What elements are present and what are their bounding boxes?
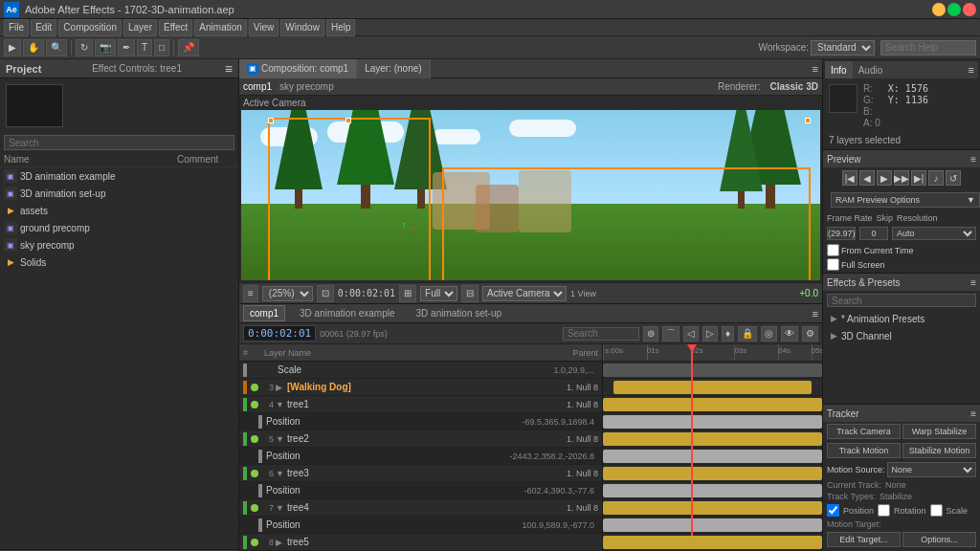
zoom-select[interactable]: (25%): [262, 286, 313, 301]
tool-camera[interactable]: 📷: [95, 39, 116, 56]
expand-7[interactable]: ▼: [276, 503, 285, 513]
prev-audio-btn[interactable]: ♪: [928, 170, 944, 186]
minimize-button[interactable]: [932, 3, 946, 16]
timeline-tab-anim[interactable]: 3D animation example: [293, 305, 402, 321]
menu-window[interactable]: Window: [280, 19, 324, 36]
tool-select[interactable]: ▶: [4, 39, 21, 56]
search-help-input[interactable]: [880, 40, 976, 55]
info-tab-audio[interactable]: Audio: [853, 61, 889, 78]
effects-menu-btn[interactable]: ≡: [970, 277, 976, 288]
tl-solo-btn[interactable]: ◎: [761, 326, 777, 342]
tree-item-anim-setup[interactable]: ▣ 3D animation set-up: [0, 185, 238, 202]
prev-last-btn[interactable]: ▶|: [911, 170, 926, 186]
layer-row-8[interactable]: 8 ▶ tree5: [239, 534, 602, 551]
track-motion-btn[interactable]: Track Motion: [827, 443, 901, 458]
stabilize-motion-btn[interactable]: Stabilize Motion: [902, 443, 976, 458]
layer-tab[interactable]: Layer: (none): [357, 59, 430, 78]
tool-pen[interactable]: ✒: [118, 39, 135, 56]
layer-row-3[interactable]: 3 ▶ [Walking Dog] 1. Null 8: [239, 379, 602, 396]
expand-scale[interactable]: [266, 365, 276, 375]
handle-tl[interactable]: [268, 118, 274, 123]
comp-menu-icon[interactable]: ≡: [243, 285, 258, 302]
expand-3[interactable]: ▶: [276, 383, 285, 392]
expand-8[interactable]: ▶: [276, 538, 285, 547]
timeline-search[interactable]: [563, 327, 639, 341]
visibility-3[interactable]: [251, 384, 258, 391]
layer-row-pos-7[interactable]: Position 100.9,589.9,-677.0: [239, 517, 602, 534]
menu-help[interactable]: Help: [326, 19, 356, 36]
timeline-tab-setup[interactable]: 3D animation set-up: [410, 305, 509, 321]
skip-input[interactable]: [859, 227, 888, 240]
comp-menu-btn[interactable]: ≡: [813, 63, 818, 75]
track-camera-btn[interactable]: Track Camera: [827, 424, 901, 439]
menu-animation[interactable]: Animation: [194, 19, 246, 36]
layer-row-7[interactable]: 7 ▼ tree4 1. Null 8: [239, 499, 602, 517]
window-controls[interactable]: [932, 3, 976, 16]
visibility-8[interactable]: [251, 539, 258, 546]
layer-row-pos-5[interactable]: Position -2443.2,358.2,-2026.8: [239, 448, 602, 465]
tl-markers-btn[interactable]: ♦: [722, 326, 734, 342]
visibility-4[interactable]: [251, 401, 258, 408]
menu-view[interactable]: View: [249, 19, 279, 36]
rotation-check[interactable]: [878, 504, 890, 517]
full-screen-check[interactable]: [827, 258, 839, 271]
tl-in-point-btn[interactable]: ◁: [683, 326, 699, 342]
ram-preview-btn[interactable]: RAM Preview Options ▼: [831, 192, 980, 208]
layer-row-pos-6[interactable]: Position -602.4,390.3,-77.6: [239, 482, 602, 499]
edit-target-btn[interactable]: Edit Target...: [827, 532, 901, 547]
effects-search-input[interactable]: [827, 294, 976, 307]
project-search-input[interactable]: [4, 135, 234, 150]
quality-select[interactable]: Full: [420, 286, 457, 301]
effects-item-3d[interactable]: ▶ 3D Channel: [823, 327, 980, 344]
layer-row-pos-4[interactable]: Position -69.5,365.9,1698.4: [239, 413, 602, 430]
visibility-5[interactable]: [251, 435, 258, 443]
expand-5[interactable]: ▼: [276, 434, 285, 444]
snap-btn[interactable]: ⊞: [399, 285, 416, 302]
menu-file[interactable]: File: [4, 19, 29, 36]
tool-puppet[interactable]: 📌: [178, 39, 199, 56]
timeline-tab-comp1[interactable]: comp1: [243, 305, 285, 321]
effects-item-animation[interactable]: ▶ * Animation Presets: [823, 310, 980, 327]
maximize-button[interactable]: [947, 3, 961, 16]
visibility-7[interactable]: [251, 504, 258, 512]
from-current-check[interactable]: [827, 244, 839, 256]
preview-menu-btn[interactable]: ≡: [970, 154, 976, 165]
menu-edit[interactable]: Edit: [31, 19, 56, 36]
prev-play-btn[interactable]: ▶: [877, 170, 892, 186]
resolution-select[interactable]: Auto: [892, 227, 976, 240]
visibility-6[interactable]: [251, 470, 258, 477]
frame-rate-input[interactable]: [827, 227, 856, 240]
options-btn[interactable]: Options...: [902, 532, 976, 547]
timeline-menu-btn[interactable]: ≡: [813, 308, 818, 320]
expand-6[interactable]: ▼: [276, 469, 285, 478]
tree-item-sky[interactable]: ▣ sky precomp: [0, 236, 238, 253]
workspace-select[interactable]: Standard: [811, 40, 875, 55]
tool-hand[interactable]: ✋: [23, 39, 44, 56]
tl-graph-btn[interactable]: ⌒: [662, 326, 679, 342]
position-check[interactable]: [827, 504, 839, 517]
close-button[interactable]: [963, 3, 976, 16]
info-tab-info[interactable]: Info: [825, 61, 853, 78]
tree-item-assets[interactable]: ▶ assets: [0, 202, 238, 219]
tool-zoom[interactable]: 🔍: [46, 39, 67, 56]
handle-tr[interactable]: [805, 118, 811, 123]
tree-item-solids[interactable]: ▶ Solids: [0, 253, 238, 271]
tracker-menu-btn[interactable]: ≡: [970, 408, 976, 419]
prev-loop-btn[interactable]: ↺: [946, 170, 961, 186]
expand-4[interactable]: ▼: [276, 400, 285, 409]
scale-check[interactable]: [930, 504, 943, 517]
tree-item-ground[interactable]: ▣ ground precomp: [0, 219, 238, 236]
tl-eye-btn[interactable]: 👁: [781, 326, 798, 342]
tool-shape[interactable]: □: [154, 39, 169, 56]
tl-settings-btn[interactable]: ⚙: [802, 326, 818, 342]
warp-stabilize-btn[interactable]: Warp Stabilize: [902, 424, 976, 439]
info-menu-btn[interactable]: ≡: [969, 64, 974, 76]
prev-back-btn[interactable]: ◀: [859, 170, 875, 186]
subtab-comp1[interactable]: comp1: [243, 81, 272, 92]
menu-composition[interactable]: Composition: [58, 19, 122, 36]
motion-source-select[interactable]: None: [887, 462, 976, 477]
subtab-sky[interactable]: sky precomp: [279, 81, 334, 92]
tree-item-anim-example[interactable]: ▣ 3D animation example: [0, 167, 238, 185]
view-options-btn[interactable]: ⊟: [461, 285, 479, 302]
prev-first-btn[interactable]: |◀: [842, 170, 858, 186]
